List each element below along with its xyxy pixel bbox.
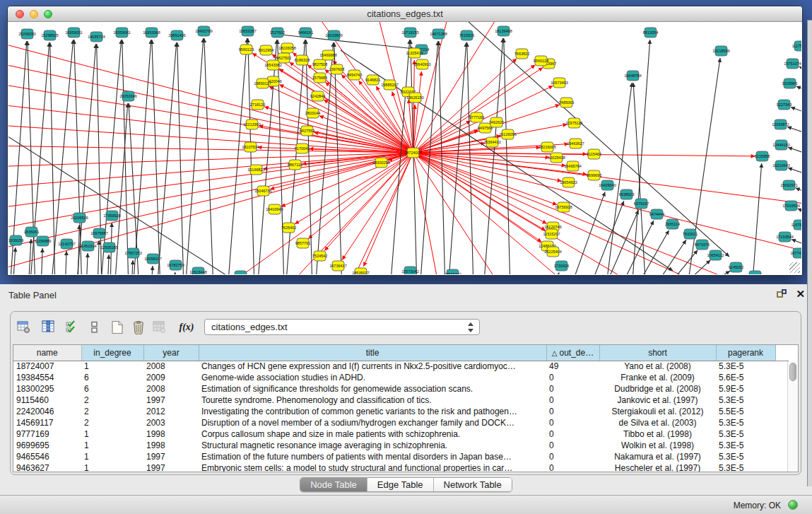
graph-node-label: 2718120: [250, 103, 265, 107]
table-row[interactable]: 969969511998Structural magnetic resonanc…: [13, 440, 789, 451]
table-settings-button[interactable]: [15, 318, 33, 337]
column-header[interactable]: name: [13, 345, 81, 361]
graph-node-label: 19463627: [567, 141, 584, 146]
graph-node-label: 7615526: [459, 33, 474, 37]
table-vertical-scrollbar[interactable]: [787, 361, 798, 472]
graph-node-label: 16782759: [167, 263, 184, 267]
tab-node-table[interactable]: Node Table: [300, 478, 367, 491]
combo-stepper-icon[interactable]: [468, 321, 474, 334]
scrollbar-thumb[interactable]: [789, 363, 796, 381]
graph-node-label: 19654923: [560, 180, 577, 185]
graph-node-label: 15046736: [254, 189, 271, 193]
graph-node-label: 12093872: [772, 122, 789, 127]
column-header[interactable]: △out_de…: [546, 345, 599, 361]
table-cell: 1997: [143, 462, 199, 472]
table-row[interactable]: 977716911998Corpus callosum shape and si…: [13, 428, 789, 440]
table-cell: Embryonic stem cells: a model to study s…: [199, 462, 546, 472]
table-row[interactable]: 1872400712008Changes of HCN gene express…: [13, 361, 789, 372]
graph-node-label: 18724007: [404, 151, 421, 155]
delete-rows-button[interactable]: [129, 318, 148, 337]
delete-table-button[interactable]: [151, 318, 169, 337]
column-header[interactable]: short: [599, 345, 716, 361]
graph-node-label: 18216005: [539, 145, 555, 149]
table-row[interactable]: 946554611997Estimation of the future num…: [13, 451, 789, 462]
graph-node-label: 9242844: [310, 94, 325, 98]
table-cell: Genome-wide association studies in ADHD.: [199, 372, 546, 383]
graph-node-label: 8813054: [643, 30, 658, 35]
network-canvas[interactable]: 2526605015298505169590511405572418359061…: [8, 22, 801, 274]
table-cell: 5.3E-5: [716, 395, 775, 406]
table-row[interactable]: 1830029562008Estimation of significance …: [13, 383, 789, 395]
graph-node-label: 15298505: [41, 33, 58, 37]
graph-node-label: 15885207: [381, 83, 398, 87]
graph-node-label: 7663822: [514, 52, 529, 56]
graph-node-label: 16959051: [65, 30, 82, 35]
graph-node-label: 25266050: [18, 32, 35, 36]
table-cell: 9115460: [13, 395, 81, 406]
tab-network-table[interactable]: Network Table: [434, 478, 512, 491]
graph-node-label: 16495794: [564, 164, 581, 168]
table-row[interactable]: 1456911722003Disruption of a novel membe…: [13, 417, 789, 428]
table-cell: 5.5E-5: [716, 406, 775, 417]
resize-grip[interactable]: [789, 262, 800, 273]
graph-node-label: 10025438: [548, 156, 565, 160]
new-table-button[interactable]: [108, 318, 126, 337]
graph-node-label: 17016504: [782, 204, 799, 208]
tab-edge-table[interactable]: Edge Table: [367, 478, 434, 491]
table-row[interactable]: 946362711997Embryonic stem cells: a mode…: [13, 462, 789, 472]
table-selector-combobox[interactable]: citations_edges.txt: [204, 319, 480, 335]
select-column-button[interactable]: [40, 318, 58, 337]
graph-node-label: 2367608: [329, 67, 344, 71]
table-cell: 2: [81, 417, 143, 428]
fx-icon: f(x): [180, 322, 194, 333]
graph-node-label: 7625402: [281, 226, 296, 230]
column-header[interactable]: in_degree: [81, 345, 143, 361]
column-header[interactable]: pagerank: [716, 345, 775, 361]
window-titlebar[interactable]: citations_edges.txt: [8, 6, 802, 22]
memory-status-indicator: [788, 500, 798, 510]
graph-node-label: 9227343: [777, 103, 792, 107]
graph-node-label: 8471676: [695, 243, 710, 247]
graph-node-label: 7524542: [312, 254, 327, 258]
table-row[interactable]: 1938455462009Genome-wide association stu…: [13, 372, 789, 383]
table-cell: Estimation of the future numbers of pati…: [199, 451, 546, 462]
table-cell: Corpus callosum shape and size in male p…: [199, 428, 546, 440]
table-cell: 0: [546, 406, 599, 417]
table-row[interactable]: 2242004622012Investigating the contribut…: [13, 406, 789, 417]
graph-node-label: 18107534: [242, 145, 259, 149]
graph-node-label: 12923448: [189, 270, 206, 274]
graph-node-label: 9329966: [782, 81, 797, 86]
node-table: namein_degreeyeartitle△out_de…shortpager…: [13, 344, 799, 472]
graph-node-label: 18226058: [278, 46, 295, 50]
check-rows-button[interactable]: [63, 318, 81, 337]
table-panel-header: Table Panel ✕: [0, 284, 812, 307]
graph-node-label: 2935114: [665, 222, 680, 226]
float-panel-icon[interactable]: [777, 289, 787, 299]
graph-node-label: 11175308: [792, 44, 801, 48]
table-cell: Disruption of a novel member of a sodium…: [199, 417, 546, 428]
table-cell: 0: [546, 372, 599, 383]
table-cell: 2012: [143, 406, 199, 417]
graph-node-label: 8912954: [259, 48, 273, 52]
graph-node-label: 16403940: [266, 207, 283, 211]
column-header[interactable]: title: [199, 345, 546, 361]
table-cell: Franke et al. (2009): [599, 372, 716, 383]
citation-network-graph[interactable]: 2526605015298505169590511405572418359061…: [8, 22, 801, 274]
graph-node-label: 12444150: [772, 143, 789, 147]
graph-node-label: 18359061: [113, 30, 130, 35]
table-cell: 0: [546, 395, 599, 406]
graph-node-label: 8215958: [755, 154, 770, 158]
close-panel-icon[interactable]: ✕: [796, 288, 805, 300]
table-cell: 0: [546, 440, 599, 451]
column-header[interactable]: year: [143, 345, 199, 361]
graph-node-label: 7932621: [683, 232, 698, 236]
graph-node-label: 6379197: [634, 201, 649, 206]
table-cell: Changes of HCN gene expression and I(f) …: [199, 361, 546, 372]
table-cell: 5.3E-5: [716, 428, 775, 440]
table-row[interactable]: 911546021997Tourette syndrome. Phenomeno…: [13, 395, 789, 406]
graph-node-label: 10973493: [551, 81, 567, 85]
clear-selection-button[interactable]: [86, 318, 104, 337]
table-cell: 2003: [143, 417, 199, 428]
header-filler: [775, 345, 789, 361]
function-builder-button[interactable]: f(x): [177, 318, 196, 337]
